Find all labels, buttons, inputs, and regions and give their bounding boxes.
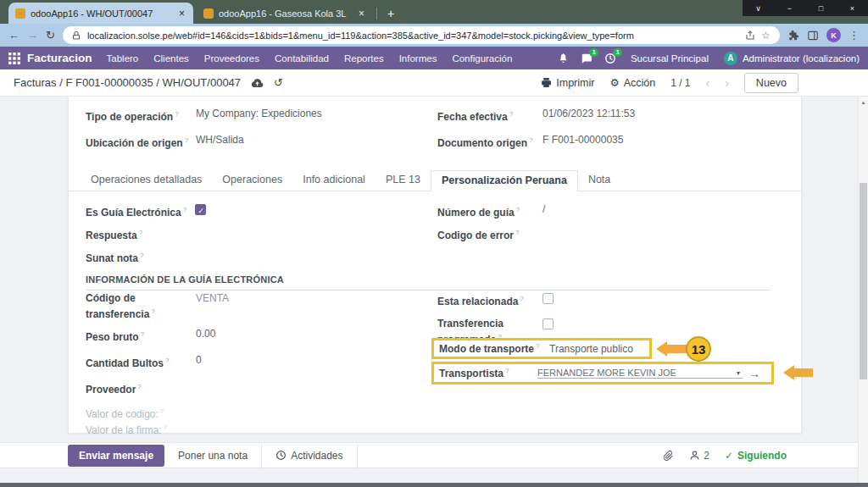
side-panel-icon[interactable] — [807, 30, 819, 42]
divider — [261, 442, 262, 468]
field-label: Modo de transporte — [439, 342, 549, 355]
field-value[interactable]: / — [542, 203, 545, 219]
menu-proveedores[interactable]: Proveedores — [197, 53, 267, 64]
url-field[interactable]: localizacion.solse.pe/web#id=146&cids=1&… — [63, 26, 780, 44]
activities-button[interactable]: Actividades — [275, 450, 342, 462]
forward-icon[interactable]: → — [27, 30, 38, 41]
field-label: Documento origen — [437, 134, 542, 150]
menu-tablero[interactable]: Tablero — [99, 53, 147, 64]
transportista-dropdown[interactable]: FERNANDEZ MORE KEVIN JOE ▾ — [537, 368, 743, 379]
scrollbar-thumb[interactable] — [860, 183, 867, 379]
tab-title: odooApp16 - Gaseosa Kola 3L — [219, 8, 352, 19]
log-note-button[interactable]: Poner una nota — [178, 450, 248, 462]
tab-pane: Es Guía Electrónica Respuesta Sunat nota — [69, 191, 801, 453]
transportista-value[interactable]: FERNANDEZ MORE KEVIN JOE — [537, 368, 734, 378]
scroll-up-icon[interactable]: ▴ — [859, 97, 868, 107]
field-label: Peso bruto — [86, 328, 196, 344]
tab-ple-13[interactable]: PLE 13 — [376, 170, 431, 191]
field-label: Tipo de operación — [86, 108, 196, 124]
browser-menu-icon[interactable]: ⋮ — [849, 30, 860, 41]
annotation-arrow-transportista — [794, 368, 813, 377]
extensions-puzzle-icon[interactable] — [787, 30, 799, 42]
tab-operaciones-detalladas[interactable]: Operaciones detalladas — [81, 170, 212, 191]
maximize-icon[interactable]: □ — [805, 0, 837, 16]
field-value[interactable]: 01/06/2023 12:11:53 — [542, 108, 635, 124]
modo-transporte-value[interactable]: Transporte publico — [549, 343, 633, 355]
tab-divider — [376, 8, 377, 19]
field-value[interactable]: 0.00 — [196, 328, 215, 344]
tab-personalizacion-peruana[interactable]: Personalización Peruana — [431, 170, 578, 191]
field-value[interactable]: My Company: Expediciones — [196, 108, 322, 124]
page-scrollbar[interactable]: ▴ — [858, 97, 868, 483]
new-tab-button[interactable]: + — [381, 7, 401, 20]
tab-search-icon[interactable]: ∨ — [743, 0, 774, 16]
save-cloud-icon[interactable] — [251, 78, 264, 88]
notifications-bell-icon[interactable] — [558, 53, 569, 64]
internal-link-arrow-icon[interactable]: → — [748, 367, 760, 380]
field-value[interactable]: F F001-00000035 — [542, 134, 623, 150]
menu-informes[interactable]: Informes — [392, 53, 445, 64]
field-proveedor: Proveedor — [86, 380, 425, 396]
menu-contabilidad[interactable]: Contabilidad — [267, 53, 337, 64]
browser-tab-inactive[interactable]: odooApp16 - Gaseosa Kola 3L × — [197, 3, 373, 24]
tab-close-icon[interactable]: × — [357, 8, 366, 19]
field-label: Es Guía Electrónica — [86, 203, 186, 219]
menu-clientes[interactable]: Clientes — [146, 53, 197, 64]
following-label: Siguiendo — [737, 450, 787, 462]
field-valor-codigo: Valor de codigo: — [86, 405, 425, 421]
activities-clock-icon[interactable]: 1 — [604, 53, 616, 64]
new-button[interactable]: Nuevo — [744, 73, 798, 93]
share-icon[interactable] — [745, 30, 755, 41]
notebook-tabs: Operaciones detalladas Operaciones Info … — [69, 170, 801, 191]
tab-favicon-icon — [15, 8, 25, 19]
messages-icon[interactable]: 1 — [581, 53, 593, 64]
field-value[interactable]: WH/Salida — [196, 134, 244, 150]
send-message-button[interactable]: Enviar mensaje — [68, 445, 164, 467]
minimize-icon[interactable]: − — [774, 0, 805, 16]
bookmark-star-icon[interactable]: ☆ — [761, 30, 771, 41]
browser-tab-active[interactable]: odooApp16 - WH/OUT/00047 × — [8, 3, 193, 24]
company-switcher[interactable]: Sucursal Principal — [631, 53, 709, 64]
window-controls: ∨ − □ × — [743, 0, 868, 16]
activities-badge: 1 — [613, 48, 621, 57]
pager-next-icon[interactable]: › — [725, 76, 729, 90]
pager-previous-icon[interactable]: ‹ — [706, 76, 710, 90]
gear-icon: ⚙ — [609, 76, 619, 89]
main-content: Tipo de operación My Company: Expedicion… — [0, 97, 868, 487]
browser-titlebar: odooApp16 - WH/OUT/00047 × odooApp16 - G… — [0, 0, 868, 24]
paperclip-icon[interactable] — [663, 450, 674, 461]
tab-info-adicional[interactable]: Info adicional — [292, 170, 376, 191]
menu-reportes[interactable]: Reportes — [337, 53, 392, 64]
discard-undo-icon[interactable]: ↺ — [274, 76, 283, 89]
apps-grid-icon[interactable] — [8, 53, 20, 64]
tab-favicon-icon — [203, 8, 214, 19]
chevron-down-icon[interactable]: ▾ — [737, 369, 740, 377]
menu-configuracion[interactable]: Configuración — [444, 53, 520, 64]
breadcrumb[interactable]: Facturas / F F001-00000035 / WH/OUT/0004… — [14, 76, 241, 89]
app-name[interactable]: Facturacion — [27, 52, 92, 64]
esta-relacionada-checkbox[interactable] — [542, 293, 554, 304]
following-button[interactable]: ✓ Siguiendo — [725, 450, 787, 462]
transferencia-programada-checkbox[interactable] — [542, 318, 554, 329]
followers-count: 2 — [704, 450, 709, 462]
print-button[interactable]: Imprimir — [541, 77, 594, 89]
action-button[interactable]: ⚙ Acción — [609, 76, 655, 89]
field-value[interactable]: 0 — [196, 354, 202, 370]
field-label: Fecha efectiva — [437, 108, 542, 124]
browser-profile-avatar[interactable]: K — [826, 28, 841, 42]
field-documento-origen: Documento origen F F001-00000035 — [437, 134, 784, 150]
followers-button[interactable]: 2 — [689, 450, 709, 462]
tab-nota[interactable]: Nota — [578, 170, 620, 191]
tab-close-icon[interactable]: × — [177, 8, 186, 19]
user-name[interactable]: Administrator (localizacion) — [743, 53, 860, 64]
field-numero-guia: Número de guía / — [437, 203, 776, 219]
tab-operaciones[interactable]: Operaciones — [212, 170, 292, 191]
window-close-icon[interactable]: × — [837, 0, 868, 16]
control-panel: Facturas / F F001-00000035 / WH/OUT/0004… — [0, 69, 868, 97]
user-avatar[interactable]: A — [724, 52, 737, 65]
reload-icon[interactable]: ↻ — [46, 30, 55, 41]
back-icon[interactable]: ← — [8, 30, 19, 41]
window-bottom-edge — [0, 483, 868, 487]
field-label: Ubicación de origen — [86, 134, 196, 150]
es-guia-checkbox[interactable] — [195, 204, 206, 215]
